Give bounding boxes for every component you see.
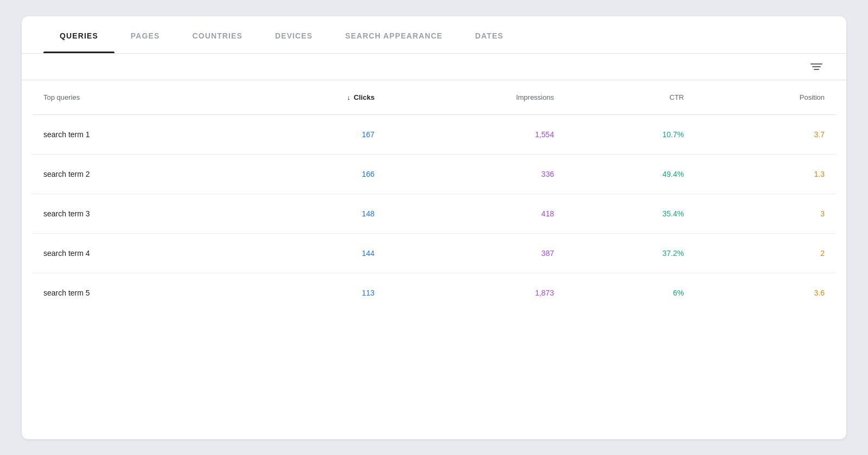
tab-dates[interactable]: DATES [459,16,520,53]
tab-queries[interactable]: QUERIES [43,16,114,53]
filter-icon[interactable] [808,61,825,72]
tab-countries[interactable]: COUNTRIES [176,16,259,53]
clicks-cell: 144 [237,233,385,273]
clicks-cell: 148 [237,194,385,233]
queries-table-container: Top queries ↓ Clicks Impressions CTR Pos… [22,80,846,312]
query-cell: search term 1 [33,114,237,154]
impressions-cell: 1,554 [385,114,565,154]
filter-bar [22,54,846,80]
col-header-impressions[interactable]: Impressions [385,80,565,115]
table-row: search term 5 113 1,873 6% 3.6 [33,273,835,312]
ctr-cell: 37.2% [565,233,695,273]
clicks-cell: 166 [237,154,385,194]
position-cell: 3.7 [695,114,835,154]
col-header-ctr[interactable]: CTR [565,80,695,115]
ctr-cell: 6% [565,273,695,312]
tab-devices[interactable]: DEVICES [259,16,329,53]
clicks-cell: 167 [237,114,385,154]
impressions-cell: 387 [385,233,565,273]
impressions-cell: 1,873 [385,273,565,312]
ctr-cell: 10.7% [565,114,695,154]
ctr-cell: 35.4% [565,194,695,233]
col-header-position[interactable]: Position [695,80,835,115]
table-row: search term 3 148 418 35.4% 3 [33,194,835,233]
table-row: search term 2 166 336 49.4% 1.3 [33,154,835,194]
position-cell: 3.6 [695,273,835,312]
query-cell: search term 5 [33,273,237,312]
sort-down-icon: ↓ [347,93,351,101]
ctr-cell: 49.4% [565,154,695,194]
clicks-cell: 113 [237,273,385,312]
table-header-row: Top queries ↓ Clicks Impressions CTR Pos… [33,80,835,115]
query-cell: search term 2 [33,154,237,194]
table-row: search term 4 144 387 37.2% 2 [33,233,835,273]
tab-search-appearance[interactable]: SEARCH APPEARANCE [329,16,459,53]
table-row: search term 1 167 1,554 10.7% 3.7 [33,114,835,154]
query-cell: search term 3 [33,194,237,233]
position-cell: 3 [695,194,835,233]
col-header-query: Top queries [33,80,237,115]
impressions-cell: 418 [385,194,565,233]
col-header-clicks[interactable]: ↓ Clicks [237,80,385,115]
tab-pages[interactable]: PAGES [114,16,176,53]
main-card: QUERIES PAGES COUNTRIES DEVICES SEARCH A… [22,16,846,439]
impressions-cell: 336 [385,154,565,194]
position-cell: 1.3 [695,154,835,194]
query-cell: search term 4 [33,233,237,273]
clicks-sort-arrow: ↓ Clicks [347,93,375,101]
queries-table: Top queries ↓ Clicks Impressions CTR Pos… [33,80,835,312]
tabs-nav: QUERIES PAGES COUNTRIES DEVICES SEARCH A… [22,16,846,54]
position-cell: 2 [695,233,835,273]
table-body: search term 1 167 1,554 10.7% 3.7 search… [33,114,835,312]
